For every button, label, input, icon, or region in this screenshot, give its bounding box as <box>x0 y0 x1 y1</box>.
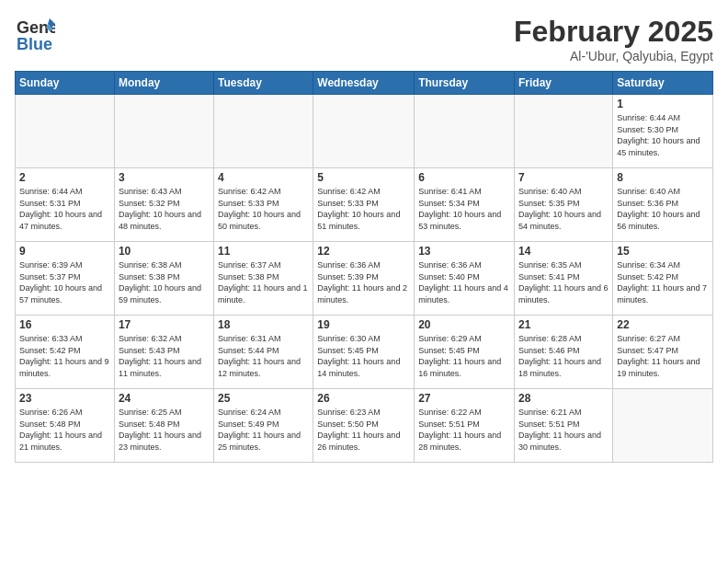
day-info: Sunrise: 6:29 AM Sunset: 5:45 PM Dayligh… <box>418 333 510 379</box>
col-friday: Friday <box>515 72 613 95</box>
day-cell <box>16 95 115 168</box>
page: General Blue February 2025 Al-'Ubur, Qal… <box>0 0 728 563</box>
month-title: February 2025 <box>514 15 713 49</box>
day-number: 25 <box>218 392 309 405</box>
day-cell: 11Sunrise: 6:37 AM Sunset: 5:38 PM Dayli… <box>214 242 313 316</box>
day-number: 11 <box>218 245 309 258</box>
day-info: Sunrise: 6:24 AM Sunset: 5:49 PM Dayligh… <box>218 407 309 453</box>
day-number: 15 <box>617 245 709 258</box>
day-cell: 18Sunrise: 6:31 AM Sunset: 5:44 PM Dayli… <box>214 316 313 389</box>
day-number: 16 <box>19 318 110 331</box>
day-info: Sunrise: 6:26 AM Sunset: 5:48 PM Dayligh… <box>19 407 110 453</box>
day-info: Sunrise: 6:39 AM Sunset: 5:37 PM Dayligh… <box>19 259 110 305</box>
day-number: 10 <box>119 245 210 258</box>
day-cell: 21Sunrise: 6:28 AM Sunset: 5:46 PM Dayli… <box>515 316 613 389</box>
day-number: 5 <box>317 171 410 184</box>
week-row-4: 16Sunrise: 6:33 AM Sunset: 5:42 PM Dayli… <box>16 316 713 389</box>
day-cell: 25Sunrise: 6:24 AM Sunset: 5:49 PM Dayli… <box>214 389 313 463</box>
col-sunday: Sunday <box>16 72 115 95</box>
week-row-2: 2Sunrise: 6:44 AM Sunset: 5:31 PM Daylig… <box>16 168 713 242</box>
week-row-3: 9Sunrise: 6:39 AM Sunset: 5:37 PM Daylig… <box>16 242 713 316</box>
day-cell <box>313 95 415 168</box>
day-info: Sunrise: 6:33 AM Sunset: 5:42 PM Dayligh… <box>19 333 110 379</box>
day-info: Sunrise: 6:32 AM Sunset: 5:43 PM Dayligh… <box>119 333 210 379</box>
calendar-header-row: Sunday Monday Tuesday Wednesday Thursday… <box>16 72 713 95</box>
day-cell: 20Sunrise: 6:29 AM Sunset: 5:45 PM Dayli… <box>415 316 515 389</box>
day-number: 18 <box>218 318 309 331</box>
day-cell <box>114 95 213 168</box>
day-info: Sunrise: 6:38 AM Sunset: 5:38 PM Dayligh… <box>119 259 210 305</box>
day-cell: 6Sunrise: 6:41 AM Sunset: 5:34 PM Daylig… <box>415 168 515 242</box>
day-number: 26 <box>317 392 410 405</box>
day-info: Sunrise: 6:30 AM Sunset: 5:45 PM Dayligh… <box>317 333 410 379</box>
day-info: Sunrise: 6:36 AM Sunset: 5:40 PM Dayligh… <box>418 259 510 305</box>
title-block: February 2025 Al-'Ubur, Qalyubia, Egypt <box>514 15 713 63</box>
week-row-1: 1Sunrise: 6:44 AM Sunset: 5:30 PM Daylig… <box>16 95 713 168</box>
col-saturday: Saturday <box>613 72 713 95</box>
day-number: 14 <box>518 245 609 258</box>
col-tuesday: Tuesday <box>214 72 313 95</box>
day-number: 21 <box>518 318 609 331</box>
header: General Blue February 2025 Al-'Ubur, Qal… <box>15 15 713 63</box>
day-info: Sunrise: 6:43 AM Sunset: 5:32 PM Dayligh… <box>119 186 210 232</box>
day-number: 28 <box>518 392 609 405</box>
day-info: Sunrise: 6:34 AM Sunset: 5:42 PM Dayligh… <box>617 259 709 305</box>
day-cell: 8Sunrise: 6:40 AM Sunset: 5:36 PM Daylig… <box>613 168 713 242</box>
location: Al-'Ubur, Qalyubia, Egypt <box>514 49 713 63</box>
day-number: 9 <box>19 245 110 258</box>
day-info: Sunrise: 6:41 AM Sunset: 5:34 PM Dayligh… <box>418 186 510 232</box>
day-cell: 3Sunrise: 6:43 AM Sunset: 5:32 PM Daylig… <box>114 168 213 242</box>
day-cell: 2Sunrise: 6:44 AM Sunset: 5:31 PM Daylig… <box>16 168 115 242</box>
day-cell <box>214 95 313 168</box>
day-cell: 14Sunrise: 6:35 AM Sunset: 5:41 PM Dayli… <box>515 242 613 316</box>
day-info: Sunrise: 6:42 AM Sunset: 5:33 PM Dayligh… <box>218 186 309 232</box>
svg-text:Blue: Blue <box>17 35 52 53</box>
day-number: 8 <box>617 171 709 184</box>
day-cell: 10Sunrise: 6:38 AM Sunset: 5:38 PM Dayli… <box>114 242 213 316</box>
day-number: 20 <box>418 318 510 331</box>
day-cell: 4Sunrise: 6:42 AM Sunset: 5:33 PM Daylig… <box>214 168 313 242</box>
day-number: 4 <box>218 171 309 184</box>
day-cell: 16Sunrise: 6:33 AM Sunset: 5:42 PM Dayli… <box>16 316 115 389</box>
day-number: 27 <box>418 392 510 405</box>
day-cell: 28Sunrise: 6:21 AM Sunset: 5:51 PM Dayli… <box>515 389 613 463</box>
day-info: Sunrise: 6:42 AM Sunset: 5:33 PM Dayligh… <box>317 186 410 232</box>
day-info: Sunrise: 6:37 AM Sunset: 5:38 PM Dayligh… <box>218 259 309 305</box>
day-number: 3 <box>119 171 210 184</box>
day-info: Sunrise: 6:22 AM Sunset: 5:51 PM Dayligh… <box>418 407 510 453</box>
day-cell <box>515 95 613 168</box>
day-number: 7 <box>518 171 609 184</box>
week-row-5: 23Sunrise: 6:26 AM Sunset: 5:48 PM Dayli… <box>16 389 713 463</box>
day-cell: 15Sunrise: 6:34 AM Sunset: 5:42 PM Dayli… <box>613 242 713 316</box>
day-info: Sunrise: 6:25 AM Sunset: 5:48 PM Dayligh… <box>119 407 210 453</box>
day-cell: 17Sunrise: 6:32 AM Sunset: 5:43 PM Dayli… <box>114 316 213 389</box>
day-number: 19 <box>317 318 410 331</box>
day-number: 23 <box>19 392 110 405</box>
day-info: Sunrise: 6:23 AM Sunset: 5:50 PM Dayligh… <box>317 407 410 453</box>
day-info: Sunrise: 6:28 AM Sunset: 5:46 PM Dayligh… <box>518 333 609 379</box>
logo-icon: General Blue <box>15 15 55 55</box>
day-number: 17 <box>119 318 210 331</box>
day-cell: 1Sunrise: 6:44 AM Sunset: 5:30 PM Daylig… <box>613 95 713 168</box>
day-number: 12 <box>317 245 410 258</box>
col-monday: Monday <box>114 72 213 95</box>
day-cell: 19Sunrise: 6:30 AM Sunset: 5:45 PM Dayli… <box>313 316 415 389</box>
col-wednesday: Wednesday <box>313 72 415 95</box>
day-info: Sunrise: 6:44 AM Sunset: 5:30 PM Dayligh… <box>617 112 709 158</box>
day-info: Sunrise: 6:21 AM Sunset: 5:51 PM Dayligh… <box>518 407 609 453</box>
day-cell: 9Sunrise: 6:39 AM Sunset: 5:37 PM Daylig… <box>16 242 115 316</box>
day-number: 13 <box>418 245 510 258</box>
day-cell <box>415 95 515 168</box>
day-info: Sunrise: 6:35 AM Sunset: 5:41 PM Dayligh… <box>518 259 609 305</box>
day-info: Sunrise: 6:40 AM Sunset: 5:35 PM Dayligh… <box>518 186 609 232</box>
day-number: 24 <box>119 392 210 405</box>
day-cell: 26Sunrise: 6:23 AM Sunset: 5:50 PM Dayli… <box>313 389 415 463</box>
day-cell: 5Sunrise: 6:42 AM Sunset: 5:33 PM Daylig… <box>313 168 415 242</box>
day-cell: 13Sunrise: 6:36 AM Sunset: 5:40 PM Dayli… <box>415 242 515 316</box>
calendar-table: Sunday Monday Tuesday Wednesday Thursday… <box>15 71 713 463</box>
day-info: Sunrise: 6:31 AM Sunset: 5:44 PM Dayligh… <box>218 333 309 379</box>
day-number: 2 <box>19 171 110 184</box>
day-number: 1 <box>617 98 709 110</box>
day-cell <box>613 389 713 463</box>
day-info: Sunrise: 6:36 AM Sunset: 5:39 PM Dayligh… <box>317 259 410 305</box>
